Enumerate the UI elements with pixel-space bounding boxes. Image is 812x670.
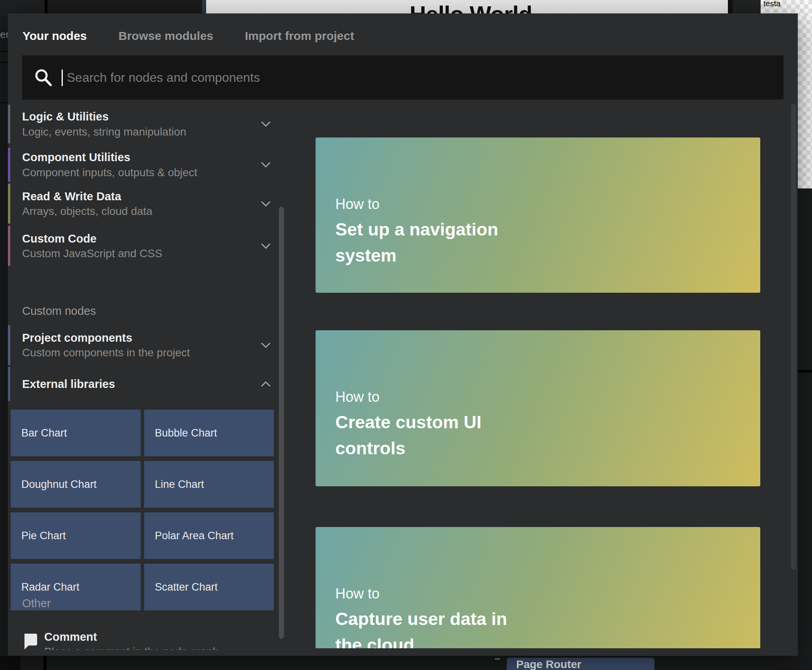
app-window: Hello World testa er Page Router Your no… [0, 0, 812, 670]
category-external-libraries[interactable]: External libraries [8, 367, 284, 401]
panel-divider [43, 656, 47, 670]
category-read-write-data[interactable]: Read & Write Data Arrays, objects, cloud… [8, 184, 284, 224]
chevron-down-icon [261, 121, 271, 127]
chevron-down-icon [261, 342, 271, 348]
category-subtitle: Arrays, objects, cloud data [22, 205, 284, 217]
category-subtitle: Logic, events, string manipulation [22, 126, 284, 137]
category-subtitle: Component inputs, outputs & object [22, 167, 284, 178]
section-header-other: Other [22, 597, 51, 610]
row-divider [0, 62, 8, 63]
page-router-node[interactable]: Page Router [507, 658, 654, 670]
row-divider [0, 102, 8, 104]
category-logic-utilities[interactable]: Logic & Utilities Logic, events, string … [8, 105, 284, 143]
comment-node-item[interactable]: Comment Place a comment in the node grap… [22, 630, 267, 650]
background-bottom-strip: Page Router [0, 656, 812, 670]
chevron-down-icon [261, 243, 271, 249]
card-eyebrow: How to [335, 196, 380, 213]
library-node-line-chart[interactable]: Line Chart [144, 461, 274, 508]
comment-subtitle: Place a comment in the node graph [44, 646, 219, 650]
background-right-sliver [798, 16, 812, 670]
row-divider [0, 51, 8, 52]
library-node-bar-chart[interactable]: Bar Chart [11, 410, 141, 456]
clipped-label-fragment: er [0, 28, 8, 41]
category-subtitle: Custom JavaScript and CSS [22, 248, 284, 259]
comment-bubble-icon [22, 633, 38, 650]
card-eyebrow: How to [335, 585, 380, 602]
background-panel-fragment [0, 656, 21, 670]
category-title: Project components [22, 332, 284, 344]
transparency-checker [798, 16, 812, 188]
section-header-custom-nodes: Custom nodes [22, 305, 96, 318]
library-node-bubble-chart[interactable]: Bubble Chart [144, 410, 274, 456]
howto-card-navigation[interactable]: How to Set up a navigation system [316, 137, 760, 293]
howto-cards-area: How to Set up a navigation system How to… [316, 119, 768, 648]
category-component-utilities[interactable]: Component Utilities Component inputs, ou… [8, 148, 284, 182]
cards-scrollbar[interactable] [791, 104, 796, 570]
category-title: Component Utilities [22, 151, 284, 163]
background-left-sliver: er [0, 16, 8, 670]
library-node-scatter-chart[interactable]: Scatter Chart [144, 564, 274, 610]
howto-card-capture-data[interactable]: How to Capture user data in the cloud [316, 527, 760, 648]
library-node-pie-chart[interactable]: Pie Chart [11, 512, 141, 559]
category-title: Read & Write Data [22, 190, 284, 202]
category-title: Custom Code [22, 233, 284, 245]
canvas-label: testa [763, 0, 780, 8]
library-node-polar-area-chart[interactable]: Polar Area Chart [144, 512, 274, 559]
card-eyebrow: How to [335, 389, 380, 405]
node-category-list: Logic & Utilities Logic, events, string … [8, 13, 300, 650]
chevron-down-icon [261, 162, 271, 168]
library-node-doughnut-chart[interactable]: Doughnut Chart [11, 461, 141, 508]
comment-title: Comment [44, 630, 97, 644]
category-project-components[interactable]: Project components Custom components in … [8, 325, 284, 365]
howto-card-custom-ui[interactable]: How to Create custom UI controls [316, 330, 760, 486]
card-title: Set up a navigation system [335, 216, 525, 269]
category-title: Logic & Utilities [22, 111, 284, 122]
node-connection-stub [495, 658, 500, 660]
chevron-down-icon [261, 201, 271, 207]
chevron-up-icon [261, 381, 271, 387]
panel-divider [798, 370, 812, 373]
list-scrollbar[interactable] [279, 207, 284, 639]
category-custom-code[interactable]: Custom Code Custom JavaScript and CSS [8, 226, 284, 266]
category-subtitle: Custom components in the project [22, 347, 284, 358]
category-title: External libraries [22, 378, 284, 390]
node-picker-dialog: Your nodes Browse modules Import from pr… [8, 13, 798, 656]
page-router-node-label: Page Router [516, 658, 581, 670]
card-title: Create custom UI controls [335, 409, 525, 461]
card-title: Capture user data in the cloud [335, 606, 525, 648]
